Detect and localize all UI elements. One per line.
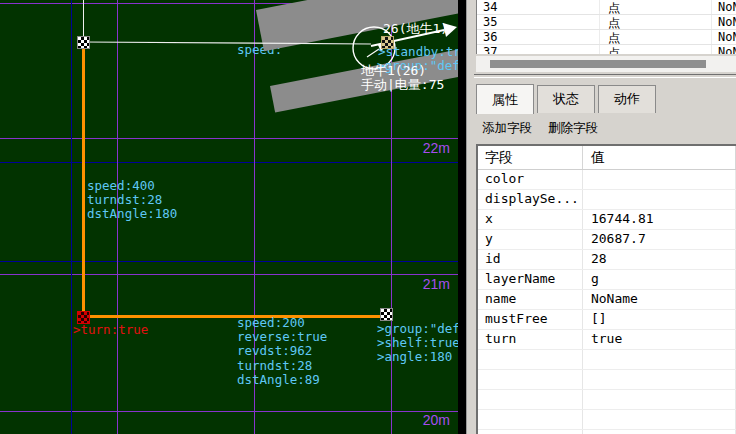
param-line: speed:200: [237, 316, 327, 330]
points-table-row[interactable]: 35点NoName: [477, 15, 736, 30]
param-line: reverse:true: [237, 330, 327, 344]
property-row[interactable]: y20687.7: [478, 230, 736, 250]
property-field: color: [478, 170, 583, 189]
gridline-h-blue-1: [0, 162, 458, 163]
points-table-row[interactable]: 34点NoName: [477, 0, 736, 15]
param-line: revdst:962: [237, 344, 327, 358]
property-row[interactable]: id28: [478, 250, 736, 270]
property-field: [478, 390, 583, 409]
param-line: >group:"defaul: [377, 322, 458, 336]
value-column-header: 值: [583, 146, 736, 169]
property-row[interactable]: [478, 370, 736, 390]
points-table-cell: 35: [477, 15, 600, 29]
gridline-h-blue-2: [0, 261, 458, 262]
field-column-header: 字段: [478, 146, 583, 169]
property-row[interactable]: [478, 430, 736, 434]
property-row[interactable]: [478, 390, 736, 410]
map-canvas[interactable]: 22m 21m 20m speed: 26(地牛1) >standby:true: [0, 0, 458, 434]
hscrollbar-thumb[interactable]: [490, 60, 706, 68]
grid-label-21m: 21m: [423, 276, 450, 292]
toolbar-button-删除字段[interactable]: 删除字段: [546, 118, 600, 139]
property-row[interactable]: [478, 350, 736, 370]
points-table-cell: 点: [600, 15, 712, 29]
property-field: y: [478, 230, 583, 249]
param-line: >angle:180: [377, 350, 458, 364]
property-row[interactable]: color: [478, 170, 736, 190]
panel-tabbar: 属性状态动作: [476, 86, 736, 113]
robot-status-label: 手动|电量:75: [361, 76, 444, 94]
property-value[interactable]: g: [583, 270, 736, 289]
grid-label-22m: 22m: [423, 140, 450, 156]
property-field: x: [478, 210, 583, 229]
property-field: id: [478, 250, 583, 269]
property-row[interactable]: turntrue: [478, 330, 736, 350]
points-table-row[interactable]: 37点NoName: [477, 45, 736, 54]
gridline-h-20m: [0, 411, 458, 412]
canvas-edge-strip: [458, 0, 466, 434]
gridline-h-21m: [0, 274, 458, 275]
property-field: name: [478, 290, 583, 309]
property-field: layerName: [478, 270, 583, 289]
property-field: [478, 350, 583, 369]
points-table-cell: 点: [600, 45, 712, 54]
points-table-cell: NoName: [712, 0, 736, 14]
points-table-cell: 点: [600, 0, 712, 14]
points-table-cell: 36: [477, 30, 600, 44]
property-value[interactable]: 20687.7: [583, 230, 736, 249]
property-grid-header: 字段 值: [478, 146, 736, 170]
property-value[interactable]: [583, 170, 736, 189]
property-row[interactable]: x16744.81: [478, 210, 736, 230]
points-table-row[interactable]: 36点NoName: [477, 30, 736, 45]
points-table-cell: 37: [477, 45, 600, 54]
param-line: dstAngle:180: [87, 207, 177, 221]
param-line: speed:400: [87, 179, 177, 193]
waypoint-marker-bottom-right[interactable]: [380, 308, 393, 321]
path-segment-horizontal[interactable]: [82, 315, 383, 318]
property-value[interactable]: [583, 430, 736, 434]
path-segment-vertical[interactable]: [82, 44, 85, 317]
property-field: mustFree: [478, 310, 583, 329]
property-field: [478, 410, 583, 429]
properties-panel: 34点NoName35点NoName36点NoName37点NoName 属性状…: [474, 0, 736, 434]
robot-title-label: 26(地牛1): [383, 20, 448, 38]
property-value[interactable]: 16744.81: [583, 210, 736, 229]
points-table-cell: 点: [600, 30, 712, 44]
panel-separator: [474, 74, 736, 78]
gridline-h-22m: [0, 138, 458, 139]
property-row[interactable]: [478, 410, 736, 430]
points-list-hscrollbar[interactable]: [476, 56, 736, 72]
waypoint-params-block-1: speed:400turndst:28dstAngle:180: [87, 179, 177, 222]
property-field: displaySe...: [478, 190, 583, 209]
tab-状态[interactable]: 状态: [537, 85, 595, 113]
grid-label-20m: 20m: [423, 412, 450, 428]
property-value[interactable]: NoName: [583, 290, 736, 309]
tab-动作[interactable]: 动作: [598, 85, 656, 113]
property-value[interactable]: true: [583, 330, 736, 349]
waypoint-marker-top-left[interactable]: [77, 36, 90, 49]
param-line: turndst:28: [237, 359, 327, 373]
points-list-table[interactable]: 34点NoName35点NoName36点NoName37点NoName: [476, 0, 736, 54]
property-row[interactable]: mustFree[]: [478, 310, 736, 330]
tab-属性[interactable]: 属性: [476, 84, 534, 114]
property-value[interactable]: [583, 190, 736, 209]
property-row[interactable]: nameNoName: [478, 290, 736, 310]
property-grid[interactable]: 字段 值 colordisplaySe...x16744.81y20687.7i…: [476, 144, 736, 434]
property-value[interactable]: [583, 370, 736, 389]
property-row[interactable]: layerNameg: [478, 270, 736, 290]
property-field: turn: [478, 330, 583, 349]
points-table-cell: NoName: [712, 45, 736, 54]
property-value[interactable]: [583, 390, 736, 409]
turn-flag-label: >turn:true: [73, 322, 148, 337]
property-value[interactable]: []: [583, 310, 736, 329]
param-line: >shelf:true: [377, 336, 458, 350]
property-value[interactable]: [583, 410, 736, 429]
points-table-cell: NoName: [712, 30, 736, 44]
points-table-cell: NoName: [712, 15, 736, 29]
map-editor-window: 22m 21m 20m speed: 26(地牛1) >standby:true: [0, 0, 736, 434]
property-row[interactable]: displaySe...: [478, 190, 736, 210]
property-field: [478, 370, 583, 389]
property-value[interactable]: [583, 350, 736, 369]
waypoint-params-block-2: speed:200reverse:truerevdst:962turndst:2…: [237, 316, 327, 387]
property-value[interactable]: 28: [583, 250, 736, 269]
toolbar-button-添加字段[interactable]: 添加字段: [480, 118, 534, 139]
